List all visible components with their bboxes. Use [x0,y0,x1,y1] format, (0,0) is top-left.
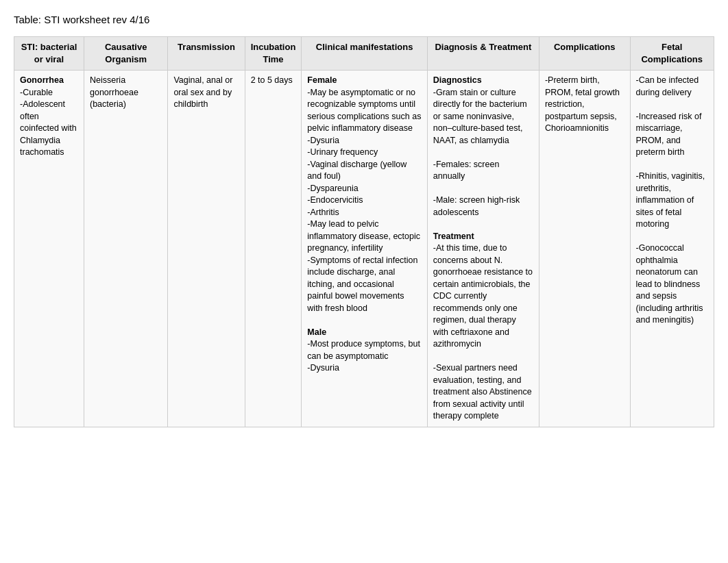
fetal-miscarriage: -Increased risk of miscarriage, PROM, an… [636,112,702,158]
diag-male: -Male: screen high-risk adolescents [433,195,520,217]
cell-transmission: Vaginal, anal or oral sex and by childbi… [168,71,245,427]
diag-label: Diagnostics [433,75,482,85]
clinical-female-details: -May be asymptomatic or no recognizable … [307,88,421,313]
fetal-gonococcal: -Gonococcal ophthalmia neonatorum can le… [636,243,703,325]
table-row: Gonorrhea -Curable-Adolescent often coin… [14,71,714,427]
page-title: Table: STI worksheet rev 4/16 [14,14,714,25]
header-complications: Complications [539,37,630,71]
clinical-male-details: -Most produce symptoms, but can be asymp… [307,339,420,373]
sti-name: Gonorrhea [20,75,64,85]
clinical-female-label: Female [307,75,337,85]
sti-table: STI: bacterial or viral Causative Organi… [14,36,714,427]
header-fetal: Fetal Complications [630,37,714,71]
header-causative: Causative Organism [84,37,168,71]
header-diagnosis: Diagnosis & Treatment [427,37,539,71]
cell-causative: Neisseria gonorrhoeae (bacteria) [84,71,168,427]
sti-details: -Curable-Adolescent often coinfected wit… [20,88,77,158]
treat-details: -At this time, due to concerns about N. … [433,243,533,349]
treat-label: Treatment [433,232,474,241]
header-incubation: Incubation Time [245,37,302,71]
header-transmission: Transmission [168,37,245,71]
diag-details: -Gram stain or culture directly for the … [433,88,527,145]
fetal-rhinitis: -Rhinitis, vaginitis, urethritis, inflam… [636,171,705,229]
header-clinical: Clinical manifestations [302,37,427,71]
header-sti: STI: bacterial or viral [14,37,84,71]
cell-diagnosis: Diagnostics -Gram stain or culture direc… [427,71,539,427]
table-header-row: STI: bacterial or viral Causative Organi… [14,37,714,71]
cell-clinical: Female -May be asymptomatic or no recogn… [302,71,427,427]
cell-sti: Gonorrhea -Curable-Adolescent often coin… [14,71,84,427]
cell-fetal: -Can be infected during delivery -Increa… [630,71,714,427]
cell-incubation: 2 to 5 days [245,71,302,427]
fetal-delivery: -Can be infected during delivery [636,75,699,97]
treat-partners: -Sexual partners need evaluation, testin… [433,363,532,421]
cell-complications: -Preterm birth, PROM, fetal growth restr… [539,71,630,427]
diag-females: -Females: screen annually [433,160,500,182]
clinical-male-label: Male [307,327,326,337]
